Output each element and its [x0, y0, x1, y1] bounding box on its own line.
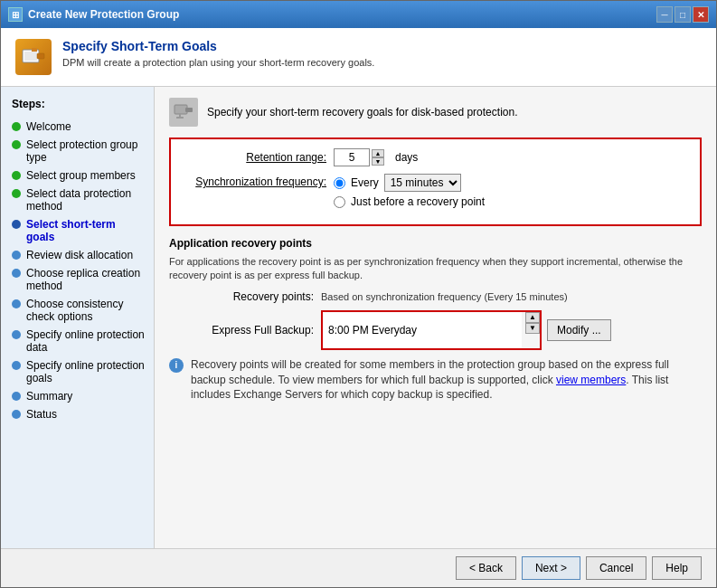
- sidebar-label-online-protection-goals: Specify online protection goals: [26, 359, 146, 384]
- title-controls[interactable]: ─ □ ✕: [656, 6, 709, 23]
- sync-every-radio[interactable]: [334, 177, 345, 189]
- svg-rect-5: [185, 108, 193, 112]
- dot-disk-allocation: [12, 251, 21, 260]
- sidebar-label-disk-allocation: Review disk allocation: [26, 249, 133, 261]
- sidebar-item-replica-creation[interactable]: Choose replica creation method: [1, 264, 154, 295]
- sidebar: Steps: Welcome Select protection group t…: [1, 87, 155, 548]
- info-icon: i: [169, 358, 184, 373]
- sidebar-label-group-members: Select group members: [26, 169, 136, 182]
- recovery-points-label: Recovery points:: [169, 290, 314, 303]
- dot-consistency-check: [12, 299, 21, 308]
- content-area: Specify your short-term recovery goals f…: [155, 87, 716, 548]
- svg-rect-2: [37, 53, 44, 59]
- dot-protection-group-type: [12, 140, 21, 149]
- sidebar-label-welcome: Welcome: [26, 120, 71, 133]
- header-icon: [15, 39, 52, 75]
- view-members-link[interactable]: view members: [556, 374, 626, 386]
- dot-short-term-goals: [12, 220, 21, 229]
- retention-decrement-button[interactable]: ▼: [372, 157, 384, 166]
- minimize-button[interactable]: ─: [656, 6, 673, 23]
- sidebar-item-short-term-goals[interactable]: Select short-term goals: [1, 215, 154, 246]
- footer: < Back Next > Cancel Help: [1, 548, 716, 587]
- sidebar-label-summary: Summary: [26, 390, 72, 403]
- retention-spinbox[interactable]: 5 ▲ ▼: [334, 148, 384, 166]
- express-scroll-btns: ▲ ▼: [525, 312, 540, 348]
- express-backup-value: 8:00 PM Everyday: [328, 324, 417, 337]
- info-box: i Recovery points will be created for so…: [169, 357, 702, 403]
- sidebar-item-disk-allocation[interactable]: Review disk allocation: [1, 246, 154, 264]
- content-header-text: Specify your short-term recovery goals f…: [207, 106, 517, 119]
- retention-increment-button[interactable]: ▲: [372, 149, 384, 157]
- dot-online-protection-data: [12, 330, 21, 339]
- sidebar-title: Steps:: [1, 94, 154, 118]
- svg-rect-1: [24, 52, 37, 61]
- page-header: Specify Short-Term Goals DPM will create…: [1, 28, 716, 87]
- sync-before-radio[interactable]: [334, 196, 345, 208]
- sync-radio-before-row: Just before a recovery point: [334, 195, 485, 208]
- express-backup-row: Express Full Backup: 8:00 PM Everyday ▲ …: [169, 310, 702, 350]
- sync-row: Synchronization frequency: Every 15 minu…: [182, 174, 689, 208]
- header-text: Specify Short-Term Goals DPM will create…: [62, 39, 374, 68]
- next-button[interactable]: Next >: [522, 556, 580, 580]
- sidebar-label-replica-creation: Choose replica creation method: [26, 267, 146, 292]
- sync-every-label[interactable]: Every: [351, 176, 379, 189]
- cancel-button[interactable]: Cancel: [586, 556, 646, 580]
- sidebar-item-consistency-check[interactable]: Choose consistency check options: [1, 295, 154, 326]
- sidebar-label-protection-group-type: Select protection group type: [26, 138, 146, 164]
- sidebar-item-protection-group-type[interactable]: Select protection group type: [1, 136, 154, 166]
- retention-unit: days: [395, 151, 418, 164]
- sidebar-item-status[interactable]: Status: [1, 405, 154, 423]
- sidebar-label-data-protection-method: Select data protection method: [26, 187, 146, 213]
- svg-rect-7: [176, 117, 184, 119]
- content-header-icon: [169, 98, 198, 127]
- sidebar-label-online-protection-data: Specify online protection data: [26, 328, 146, 354]
- dot-group-members: [12, 171, 21, 180]
- express-scroll-up[interactable]: ▲: [525, 312, 540, 323]
- sidebar-item-data-protection-method[interactable]: Select data protection method: [1, 185, 154, 215]
- info-text: Recovery points will be created for some…: [191, 357, 702, 403]
- content-header: Specify your short-term recovery goals f…: [169, 98, 702, 127]
- sidebar-item-online-protection-goals[interactable]: Specify online protection goals: [1, 356, 154, 387]
- sidebar-label-consistency-check: Choose consistency check options: [26, 298, 146, 323]
- sidebar-item-summary[interactable]: Summary: [1, 387, 154, 405]
- dot-online-protection-goals: [12, 361, 21, 370]
- recovery-points-row: Recovery points: Based on synchronizatio…: [169, 290, 702, 303]
- dot-status: [12, 410, 21, 419]
- sidebar-label-short-term-goals: Select short-term goals: [26, 218, 146, 243]
- goals-form-box: Retention range: 5 ▲ ▼ days Synchronizat…: [169, 138, 702, 226]
- title-bar: ⊞ Create New Protection Group ─ □ ✕: [1, 1, 716, 28]
- main-body: Steps: Welcome Select protection group t…: [1, 87, 716, 548]
- back-button[interactable]: < Back: [456, 556, 516, 580]
- express-backup-label: Express Full Backup:: [169, 324, 314, 337]
- sync-radio-group: Every 15 minutes 30 minutes 1 hour 2 hou…: [334, 174, 485, 208]
- main-window: ⊞ Create New Protection Group ─ □ ✕ Spec…: [0, 0, 717, 588]
- dot-welcome: [12, 122, 21, 131]
- sync-label: Synchronization frequency:: [182, 174, 326, 188]
- retention-row: Retention range: 5 ▲ ▼ days: [182, 148, 689, 166]
- window-icon: ⊞: [8, 7, 23, 22]
- modify-button[interactable]: Modify ...: [547, 319, 611, 341]
- page-title: Specify Short-Term Goals: [62, 39, 374, 53]
- dot-summary: [12, 392, 21, 401]
- sidebar-item-online-protection-data[interactable]: Specify online protection data: [1, 326, 154, 356]
- sync-interval-select[interactable]: 15 minutes 30 minutes 1 hour 2 hours 4 h…: [384, 174, 461, 192]
- retention-spinbox-btns: ▲ ▼: [372, 149, 384, 166]
- sync-before-label[interactable]: Just before a recovery point: [351, 195, 485, 208]
- sidebar-item-welcome[interactable]: Welcome: [1, 118, 154, 136]
- svg-rect-3: [32, 48, 37, 52]
- close-button[interactable]: ✕: [693, 6, 709, 23]
- window-title: Create New Protection Group: [28, 8, 179, 21]
- sidebar-item-group-members[interactable]: Select group members: [1, 166, 154, 185]
- help-button[interactable]: Help: [652, 556, 702, 580]
- maximize-button[interactable]: □: [675, 6, 691, 23]
- retention-label: Retention range:: [182, 151, 326, 164]
- recovery-points-value: Based on synchronization frequency (Ever…: [321, 291, 568, 302]
- express-scroll-down[interactable]: ▼: [525, 323, 540, 334]
- app-recovery-desc: For applications the recovery point is a…: [169, 255, 702, 283]
- retention-input[interactable]: 5: [334, 148, 370, 166]
- sync-radio-every-row: Every 15 minutes 30 minutes 1 hour 2 hou…: [334, 174, 485, 192]
- title-bar-left: ⊞ Create New Protection Group: [8, 7, 179, 22]
- page-description: DPM will create a protection plan using …: [62, 57, 374, 68]
- app-recovery-title: Application recovery points: [169, 237, 702, 250]
- dot-data-protection-method: [12, 189, 21, 198]
